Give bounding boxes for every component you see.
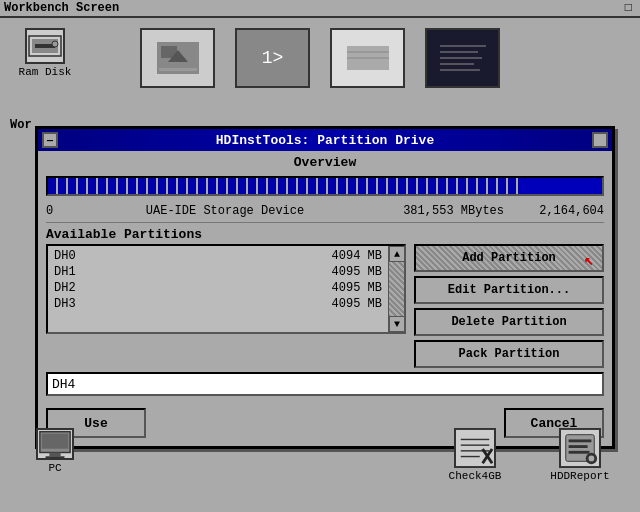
scrollbar[interactable]: ▲ ▼ xyxy=(388,246,404,332)
partition-name-input[interactable] xyxy=(46,372,604,396)
device-number: 0 xyxy=(46,204,66,218)
svg-point-36 xyxy=(589,456,595,462)
device-blocks: 2,164,604 xyxy=(524,204,604,218)
wb-label: Wor xyxy=(10,118,32,132)
bottom-buttons: Use Cancel xyxy=(38,400,612,446)
available-partitions-label: Available Partitions xyxy=(38,223,612,244)
check4gb-icon[interactable]: Check4GB xyxy=(440,428,510,482)
section-overview: Overview xyxy=(38,151,612,172)
partition-list[interactable]: DH0 4094 MB DH1 4095 MB DH2 4095 MB DH3 … xyxy=(46,244,406,334)
cursor-arrow: ↖ xyxy=(584,250,594,270)
pc-icon[interactable]: PC xyxy=(20,428,90,474)
partitions-container: DH0 4094 MB DH1 4095 MB DH2 4095 MB DH3 … xyxy=(38,244,612,368)
scroll-up-btn[interactable]: ▲ xyxy=(389,246,405,262)
workbench-close-btn[interactable]: □ xyxy=(625,1,632,15)
device-size: 381,553 MBytes xyxy=(384,204,504,218)
ramdisk-icon[interactable]: Ram Disk xyxy=(10,28,80,78)
device-info: 0 UAE-IDE Storage Device 381,553 MBytes … xyxy=(38,200,612,222)
partition-name-area xyxy=(38,368,612,400)
mini-window-4[interactable] xyxy=(425,28,500,88)
progress-area xyxy=(38,172,612,200)
dialog-titlebar: — HDInstTools: Partition Drive xyxy=(38,129,612,151)
delete-partition-button[interactable]: Delete Partition xyxy=(414,308,604,336)
check4gb-label: Check4GB xyxy=(449,470,502,482)
hddreport-icon[interactable]: HDDReport xyxy=(545,428,615,482)
progress-remaining xyxy=(519,178,602,194)
ramdisk-label: Ram Disk xyxy=(19,66,72,78)
progress-bar xyxy=(46,176,604,196)
pack-partition-button[interactable]: Pack Partition xyxy=(414,340,604,368)
svg-point-3 xyxy=(52,41,58,47)
edit-partition-button[interactable]: Edit Partition... xyxy=(414,276,604,304)
svg-rect-22 xyxy=(46,456,65,458)
svg-rect-8 xyxy=(159,68,197,71)
desktop: Ram Disk 1> xyxy=(0,18,640,512)
table-row[interactable]: DH2 4095 MB xyxy=(50,280,386,296)
dialog-close-btn[interactable]: — xyxy=(42,132,58,148)
workbench-title: Workbench Screen xyxy=(4,1,119,15)
dialog-title: HDInstTools: Partition Drive xyxy=(62,133,588,148)
mini-window-1[interactable] xyxy=(140,28,215,88)
svg-rect-21 xyxy=(49,453,60,457)
dialog-maximize-btn[interactable] xyxy=(592,132,608,148)
svg-rect-32 xyxy=(569,439,592,442)
svg-rect-33 xyxy=(569,445,588,448)
svg-rect-20 xyxy=(42,434,68,449)
partition-list-inner: DH0 4094 MB DH1 4095 MB DH2 4095 MB DH3 … xyxy=(48,246,404,314)
partition-dialog: — HDInstTools: Partition Drive Overview … xyxy=(35,126,615,449)
add-partition-button[interactable]: Add Partition ↖ xyxy=(414,244,604,272)
scroll-track xyxy=(389,262,404,316)
scroll-down-btn[interactable]: ▼ xyxy=(389,316,405,332)
table-row[interactable]: DH3 4095 MB xyxy=(50,296,386,312)
right-buttons-panel: Add Partition ↖ Edit Partition... Delete… xyxy=(414,244,604,368)
pc-label: PC xyxy=(48,462,61,474)
table-row[interactable]: DH1 4095 MB xyxy=(50,264,386,280)
top-mini-windows: 1> xyxy=(140,28,500,88)
svg-rect-23 xyxy=(456,430,494,466)
mini-window-3[interactable] xyxy=(330,28,405,88)
table-row[interactable]: DH0 4094 MB xyxy=(50,248,386,264)
workbench-titlebar: Workbench Screen □ xyxy=(0,0,640,18)
svg-rect-34 xyxy=(569,451,590,454)
progress-fill xyxy=(48,178,519,194)
mini-window-2[interactable]: 1> xyxy=(235,28,310,88)
device-name: UAE-IDE Storage Device xyxy=(86,204,364,218)
hddreport-label: HDDReport xyxy=(550,470,609,482)
